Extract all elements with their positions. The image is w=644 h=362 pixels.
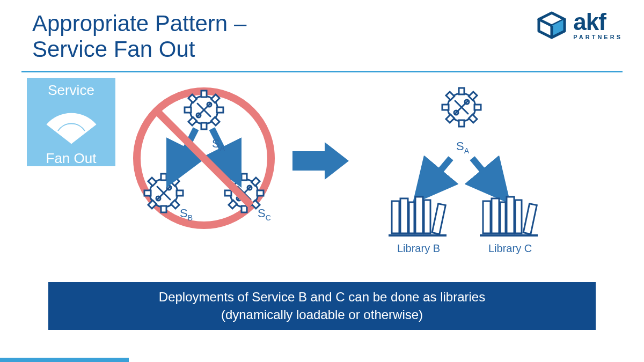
library-c-label: Library C: [488, 242, 532, 254]
anti-pattern-diagram: SA SB SC: [123, 78, 284, 239]
service-b-label: SB: [180, 206, 193, 222]
slide-title: Appropriate Pattern – Service Fan Out: [32, 11, 246, 63]
title-line-1: Appropriate Pattern –: [32, 11, 246, 36]
slide: Appropriate Pattern – Service Fan Out ak…: [0, 0, 644, 362]
title-line-2: Service Fan Out: [32, 36, 195, 62]
books-icon: [480, 197, 538, 235]
summary-banner: Deployments of Service B and C can be do…: [48, 282, 596, 330]
logo-sub: PARTNERS: [573, 34, 623, 40]
gear-icon: [434, 80, 489, 135]
service-c-label: SC: [258, 206, 271, 222]
cube-icon: [536, 11, 568, 41]
service-a-label: SA: [456, 139, 470, 155]
banner-line-1: Deployments of Service B and C can be do…: [159, 290, 485, 304]
arrow-icon: [472, 158, 499, 190]
logo-text: akf PARTNERS: [573, 11, 623, 40]
pattern-badge: Service Fan Out: [27, 78, 115, 166]
badge-top-label: Service: [27, 82, 115, 99]
logo-brand: akf: [573, 11, 606, 33]
arrow-right-icon: [292, 142, 349, 180]
title-divider: [21, 71, 623, 72]
badge-bottom-label: Fan Out: [27, 150, 115, 167]
brand-logo: akf PARTNERS: [536, 11, 623, 41]
library-b-label: Library B: [397, 242, 440, 254]
footer-accent-bar: [0, 358, 129, 362]
correct-pattern-diagram: SA Library B Library C: [365, 78, 580, 265]
banner-line-2: (dynamically loadable or otherwise): [221, 307, 423, 322]
transition-arrow: [292, 139, 352, 184]
arrow-icon: [424, 158, 451, 190]
books-icon: [389, 197, 447, 235]
service-a-label: SA: [212, 137, 225, 152]
fan-icon: [42, 103, 101, 146]
